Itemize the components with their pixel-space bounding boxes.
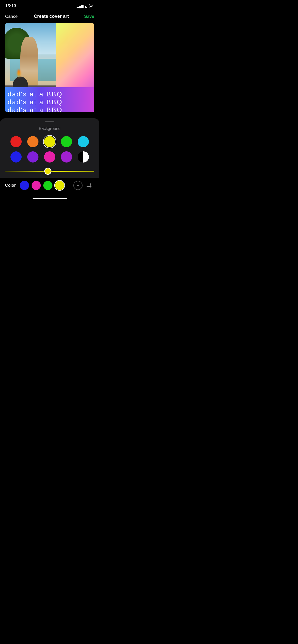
swatch-row-2 (0, 151, 99, 163)
brightness-slider-track[interactable] (5, 171, 94, 172)
cover-art-canvas[interactable]: dad's at a BBQ dad's at a BBQ dad's at a… (5, 23, 94, 112)
save-button[interactable]: Save (84, 14, 94, 19)
color-controls-bar: Color − (0, 178, 99, 195)
cancel-button[interactable]: Cancel (5, 14, 19, 19)
swatch-yellow[interactable] (44, 136, 55, 147)
home-indicator (33, 198, 67, 199)
sheet-title: Background (0, 126, 99, 131)
shuffle-button[interactable] (86, 182, 94, 189)
brightness-slider-container (0, 167, 99, 178)
status-icons: ▂▄▆ ◣ 49 (77, 4, 94, 8)
wifi-icon: ◣ (85, 4, 88, 8)
sheet-handle[interactable] (45, 121, 54, 122)
color-label: Color (5, 183, 16, 188)
signal-icon: ▂▄▆ (77, 4, 83, 8)
swatch-magenta[interactable] (44, 151, 55, 163)
swatch-violet[interactable] (61, 151, 72, 163)
swatch-cyan[interactable] (78, 136, 89, 147)
bottom-sheet: Background (0, 118, 99, 178)
bbq-text-block: dad's at a BBQ dad's at a BBQ dad's at a… (8, 90, 92, 112)
bottom-dot-blue[interactable] (20, 181, 29, 190)
bottom-dot-pink[interactable] (32, 181, 41, 190)
swatch-orange[interactable] (27, 136, 38, 147)
swatch-purple[interactable] (27, 151, 38, 163)
status-bar: 15:13 ▂▄▆ ◣ 49 (0, 0, 99, 11)
swatch-half-black[interactable] (78, 151, 89, 163)
bottom-dot-yellow[interactable] (55, 181, 64, 190)
swatch-red[interactable] (10, 136, 22, 147)
song-title-line3: dad's at a BBQ (8, 106, 92, 112)
battery-icon: 49 (89, 4, 94, 8)
shuffle-icon (87, 183, 93, 188)
status-time: 15:13 (5, 4, 16, 9)
text-overlay: dad's at a BBQ dad's at a BBQ dad's at a… (5, 87, 94, 112)
nav-bar: Cancel Create cover art Save (0, 11, 99, 23)
brightness-slider-thumb[interactable] (44, 168, 51, 175)
bottom-dot-green[interactable] (43, 181, 52, 190)
page-title: Create cover art (34, 14, 69, 19)
bottom-color-dots (20, 181, 70, 190)
song-title-line1: dad's at a BBQ (8, 90, 92, 98)
swatch-row-1 (0, 136, 99, 147)
song-title-line2: dad's at a BBQ (8, 98, 92, 106)
swatch-blue[interactable] (10, 151, 22, 163)
swatch-green[interactable] (61, 136, 72, 147)
remove-color-button[interactable]: − (73, 181, 83, 190)
